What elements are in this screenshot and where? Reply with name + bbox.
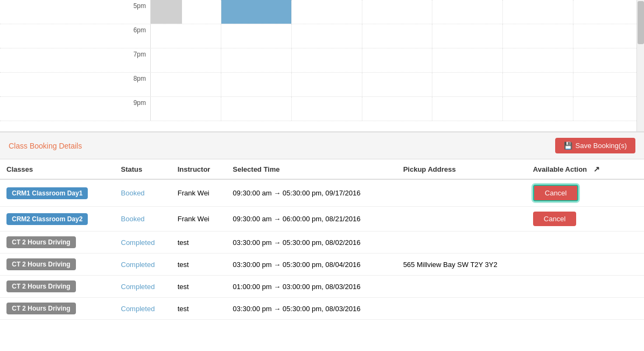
class-badge[interactable]: CT 2 Hours Driving <box>6 303 76 314</box>
time-cell-6pm-6[interactable] <box>573 24 644 48</box>
class-badge[interactable]: CRM1 Classroom Day1 <box>6 187 88 199</box>
time-cell-5pm-3[interactable] <box>362 0 433 24</box>
time-cells-7pm <box>151 48 644 72</box>
cancel-button[interactable]: Cancel <box>533 212 576 226</box>
time-cell-8pm-2[interactable] <box>292 73 362 96</box>
cell-action <box>527 254 644 276</box>
time-cell-7pm-6[interactable] <box>573 48 644 72</box>
cell-class-name: CT 2 Hours Driving <box>0 276 115 298</box>
time-cell-6pm-4[interactable] <box>432 24 503 48</box>
cell-status: Completed <box>115 298 171 320</box>
instructor-text: Frank Wei <box>178 189 209 197</box>
class-badge[interactable]: CRM2 Classroom Day2 <box>6 213 88 225</box>
time-cell-8pm-6[interactable] <box>573 73 644 96</box>
time-row-6pm: 6pm <box>0 24 644 48</box>
calendar-section: 5pm 6pm <box>0 0 644 132</box>
time-cell-8pm-1[interactable] <box>221 73 292 96</box>
cell-pickup-address: 565 Millview Bay SW T2Y 3Y2 <box>397 254 527 276</box>
time-cell-6pm-3[interactable] <box>362 24 433 48</box>
time-cell-5pm-5[interactable] <box>503 0 573 24</box>
booking-details-header: Class Booking Details 💾 Save Booking(s) <box>0 132 644 159</box>
event-block-blue <box>221 0 291 24</box>
cell-instructor: test <box>171 254 227 276</box>
cell-pickup-address <box>397 179 527 207</box>
time-cell-5pm-0[interactable] <box>151 0 221 24</box>
cell-action <box>527 276 644 298</box>
cell-instructor: Frank Wei <box>171 179 227 207</box>
time-cell-6pm-0[interactable] <box>151 24 221 48</box>
time-cells-6pm <box>151 24 644 48</box>
table-row: CT 2 Hours Driving Completed test 01:00:… <box>0 276 644 298</box>
time-cell-5pm-1[interactable] <box>221 0 292 24</box>
booking-table-wrapper[interactable]: Classes Status Instructor Selected Time … <box>0 159 644 320</box>
time-cell-9pm-4[interactable] <box>432 97 503 121</box>
cell-selected-time: 09:30:00 am → 06:00:00 pm, 08/21/2016 <box>226 207 396 231</box>
calendar-scrollbar[interactable] <box>636 0 644 131</box>
class-badge[interactable]: CT 2 Hours Driving <box>6 258 76 270</box>
time-cell-7pm-1[interactable] <box>221 48 292 72</box>
time-cell-6pm-5[interactable] <box>503 24 573 48</box>
time-cell-8pm-3[interactable] <box>362 73 433 96</box>
status-text: Completed <box>121 261 155 269</box>
cancel-button-highlighted[interactable]: Cancel <box>533 185 578 201</box>
time-cell-9pm-2[interactable] <box>292 97 362 121</box>
instructor-text: test <box>178 305 189 313</box>
pickup-address-text: 565 Millview Bay SW T2Y 3Y2 <box>403 261 498 269</box>
time-cell-9pm-3[interactable] <box>362 97 433 121</box>
time-cell-9pm-6[interactable] <box>573 97 644 121</box>
time-label-6pm: 6pm <box>0 24 151 48</box>
cell-pickup-address <box>397 207 527 231</box>
event-block-grey <box>151 0 182 24</box>
time-cells-9pm <box>151 97 644 121</box>
time-cell-7pm-4[interactable] <box>432 48 503 72</box>
table-row: CT 2 Hours Driving Completed test 03:30:… <box>0 298 644 320</box>
class-badge[interactable]: CT 2 Hours Driving <box>6 280 76 292</box>
col-status: Status <box>115 159 171 179</box>
time-cell-7pm-5[interactable] <box>503 48 573 72</box>
table-row: CT 2 Hours Driving Completed test 03:30:… <box>0 231 644 254</box>
time-cells-8pm <box>151 73 644 96</box>
time-cell-6pm-1[interactable] <box>221 24 292 48</box>
cell-pickup-address <box>397 298 527 320</box>
cell-instructor: test <box>171 231 227 254</box>
time-cell-9pm-1[interactable] <box>221 97 292 121</box>
cell-instructor: test <box>171 276 227 298</box>
time-cell-8pm-4[interactable] <box>432 73 503 96</box>
table-row: CRM2 Classroom Day2 Booked Frank Wei 09:… <box>0 207 644 231</box>
save-booking-button[interactable]: 💾 Save Booking(s) <box>555 138 635 153</box>
time-cell-8pm-0[interactable] <box>151 73 221 96</box>
time-label-8pm: 8pm <box>0 73 151 96</box>
status-text: Completed <box>121 283 155 291</box>
cell-action <box>527 231 644 254</box>
scrollbar-thumb[interactable] <box>638 1 644 44</box>
time-row-5pm: 5pm <box>0 0 644 24</box>
selected-time-text: 01:00:00 pm → 03:00:00 pm, 08/03/2016 <box>233 283 360 291</box>
time-cell-8pm-5[interactable] <box>503 73 573 96</box>
time-cell-7pm-2[interactable] <box>292 48 362 72</box>
save-booking-label: Save Booking(s) <box>576 142 627 150</box>
instructor-text: Frank Wei <box>178 215 209 223</box>
time-cell-9pm-5[interactable] <box>503 97 573 121</box>
time-cell-5pm-6[interactable] <box>573 0 644 24</box>
instructor-text: test <box>178 261 189 269</box>
cell-selected-time: 03:30:00 pm → 05:30:00 pm, 08/03/2016 <box>226 298 396 320</box>
time-cell-9pm-0[interactable] <box>151 97 221 121</box>
class-badge[interactable]: CT 2 Hours Driving <box>6 236 76 248</box>
time-cell-7pm-3[interactable] <box>362 48 433 72</box>
cell-selected-time: 03:30:00 pm → 05:30:00 pm, 08/02/2016 <box>226 231 396 254</box>
selected-time-text: 03:30:00 pm → 05:30:00 pm, 08/04/2016 <box>233 261 360 269</box>
cell-status: Completed <box>115 231 171 254</box>
cell-selected-time: 01:00:00 pm → 03:00:00 pm, 08/03/2016 <box>226 276 396 298</box>
time-cell-5pm-2[interactable] <box>292 0 362 24</box>
status-text: Completed <box>121 238 155 247</box>
selected-time-text: 03:30:00 pm → 05:30:00 pm, 08/03/2016 <box>233 305 360 313</box>
col-classes: Classes <box>0 159 115 179</box>
col-instructor: Instructor <box>171 159 227 179</box>
cell-class-name: CRM2 Classroom Day2 <box>0 207 115 231</box>
time-cell-5pm-4[interactable] <box>432 0 503 24</box>
time-cell-7pm-0[interactable] <box>151 48 221 72</box>
cell-status: Booked <box>115 179 171 207</box>
col-pickup-address: Pickup Address <box>397 159 527 179</box>
time-cell-6pm-2[interactable] <box>292 24 362 48</box>
time-row-7pm: 7pm <box>0 48 644 73</box>
